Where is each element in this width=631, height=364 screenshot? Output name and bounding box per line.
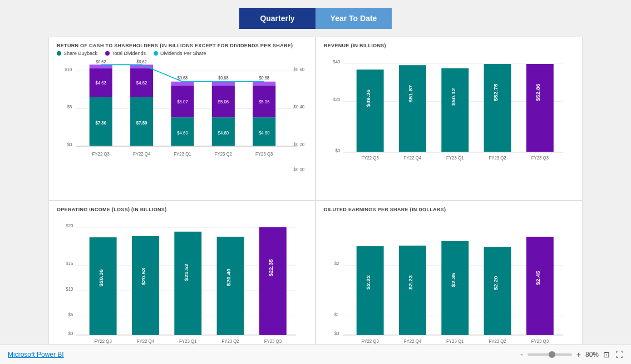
svg-text:$0: $0 xyxy=(68,330,73,336)
svg-text:$20.36: $20.36 xyxy=(98,269,104,286)
svg-text:$2.35: $2.35 xyxy=(450,272,456,286)
tab-buttons: Quarterly Year To Date xyxy=(239,8,392,29)
svg-text:$10: $10 xyxy=(66,286,73,292)
zoom-slider[interactable] xyxy=(528,353,572,356)
charts-area: RETURN OF CASH TO SHAREHOLDERS (in billi… xyxy=(48,37,583,364)
svg-text:$40: $40 xyxy=(333,58,340,64)
svg-text:$52.86: $52.86 xyxy=(535,84,541,101)
svg-text:$20.40: $20.40 xyxy=(226,268,231,286)
svg-text:$0: $0 xyxy=(334,330,339,336)
legend-dividends-label: Total Dividends xyxy=(112,51,146,56)
diluted-eps-chart: $2 $1 $0 $2.22 $2.23 xyxy=(324,215,574,361)
return-cash-legend: Share Buyback Total Dividends Dividends … xyxy=(57,51,307,56)
opinc-bar-fy23q3 xyxy=(259,227,287,335)
legend-buyback-dot xyxy=(57,51,61,56)
svg-text:$0.68: $0.68 xyxy=(218,76,229,81)
opinc-bar-fy23q1 xyxy=(174,231,201,335)
svg-text:$4.62: $4.62 xyxy=(136,80,147,86)
svg-text:FY23 Q1: FY23 Q1 xyxy=(446,337,464,343)
eps-bar-fy22q3 xyxy=(357,246,384,335)
rev-bar-fy23q2 xyxy=(484,64,511,152)
svg-text:$49.36: $49.36 xyxy=(366,89,371,107)
legend-buyback-label: Share Buyback xyxy=(63,51,97,56)
svg-text:$20.53: $20.53 xyxy=(141,268,146,285)
svg-text:$2.22: $2.22 xyxy=(366,275,371,290)
opinc-bar-fy22q4 xyxy=(132,236,159,335)
svg-text:$51.87: $51.87 xyxy=(408,85,413,102)
rev-bar-fy23q1 xyxy=(441,68,469,152)
svg-text:FY22 Q4: FY22 Q4 xyxy=(404,337,422,343)
eps-bar-fy22q4 xyxy=(399,245,426,335)
svg-text:$2.45: $2.45 xyxy=(535,270,541,285)
rev-bar-fy22q4 xyxy=(399,65,426,152)
tab-ytd[interactable]: Year To Date xyxy=(316,8,392,29)
svg-text:FY23 Q2: FY23 Q2 xyxy=(489,155,506,161)
svg-text:FY23 Q2: FY23 Q2 xyxy=(221,337,239,343)
eps-bar-fy23q1 xyxy=(441,241,469,335)
svg-text:FY22 Q4: FY22 Q4 xyxy=(133,151,151,157)
zoom-plus-button[interactable]: + xyxy=(576,350,581,359)
svg-text:$7.80: $7.80 xyxy=(95,119,106,126)
svg-text:$10: $10 xyxy=(65,66,72,72)
svg-text:$4.60: $4.60 xyxy=(259,129,270,136)
svg-text:FY23 Q2: FY23 Q2 xyxy=(215,151,233,157)
operating-income-title: OPERATING INCOME (LOSS) (in billions) xyxy=(57,207,307,212)
svg-text:$5.06: $5.06 xyxy=(218,99,229,105)
expand-icon[interactable]: ⊡ xyxy=(603,350,610,359)
bar-fy22q3-divshare xyxy=(90,64,112,68)
svg-text:FY23 Q1: FY23 Q1 xyxy=(179,337,197,343)
return-cash-svg: $10 $5 $0 $0.60 $0.40 $0.20 $0.00 xyxy=(57,58,307,197)
diluted-eps-svg: $2 $1 $0 $2.22 $2.23 xyxy=(324,215,574,361)
svg-text:$4.60: $4.60 xyxy=(218,129,229,136)
svg-text:$50.12: $50.12 xyxy=(450,88,456,106)
svg-text:$0: $0 xyxy=(336,147,341,153)
rev-bar-fy23q3 xyxy=(526,64,554,152)
operating-income-panel: OPERATING INCOME (LOSS) (in billions) $2… xyxy=(48,201,316,365)
zoom-controls: - + 80% ⊡ ⛶ xyxy=(520,350,623,359)
main-container: Quarterly Year To Date RETURN OF CASH TO… xyxy=(0,0,631,364)
svg-text:$4.60: $4.60 xyxy=(177,129,188,136)
return-cash-chart: $10 $5 $0 $0.60 $0.40 $0.20 $0.00 xyxy=(57,58,307,197)
svg-text:FY22 Q3: FY22 Q3 xyxy=(94,337,112,343)
svg-text:$1: $1 xyxy=(334,311,339,317)
bar-fy23q2-divshare xyxy=(212,82,235,86)
svg-text:$2.23: $2.23 xyxy=(408,275,413,290)
revenue-svg: $40 $20 $0 $49.36 $51.87 xyxy=(324,51,574,197)
legend-buyback: Share Buyback xyxy=(57,51,97,56)
operating-income-chart: $20 $15 $10 $5 $0 $20.36 xyxy=(57,215,307,361)
svg-text:$20: $20 xyxy=(333,97,340,103)
svg-text:$5.07: $5.07 xyxy=(177,99,188,105)
zoom-minus-button[interactable]: - xyxy=(520,350,523,359)
legend-div-share: Dividends Per Share xyxy=(154,51,206,56)
bottom-icons: ⊡ ⛶ xyxy=(603,350,623,359)
bar-fy23q3-divshare xyxy=(253,82,275,86)
svg-text:$0.68: $0.68 xyxy=(259,76,270,81)
powerbi-link[interactable]: Microsoft Power BI xyxy=(8,351,64,358)
svg-text:$0: $0 xyxy=(67,142,72,148)
svg-text:FY22 Q4: FY22 Q4 xyxy=(137,337,155,343)
legend-dividends: Total Dividends xyxy=(105,51,146,56)
svg-text:$2: $2 xyxy=(334,260,339,266)
svg-text:FY23 Q3: FY23 Q3 xyxy=(531,337,549,343)
fullscreen-icon[interactable]: ⛶ xyxy=(615,350,623,359)
svg-text:FY22 Q4: FY22 Q4 xyxy=(404,155,422,161)
svg-text:$21.52: $21.52 xyxy=(183,263,189,281)
svg-text:$15: $15 xyxy=(66,260,73,266)
svg-text:FY22 Q3: FY22 Q3 xyxy=(92,151,110,157)
svg-text:$7.80: $7.80 xyxy=(136,119,147,126)
svg-text:FY22 Q3: FY22 Q3 xyxy=(361,337,379,343)
eps-bar-fy23q3 xyxy=(526,236,554,335)
return-cash-panel: RETURN OF CASH TO SHAREHOLDERS (in billi… xyxy=(48,37,316,201)
svg-text:$2.20: $2.20 xyxy=(493,276,499,290)
zoom-level: 80% xyxy=(585,351,599,358)
svg-text:$0.00: $0.00 xyxy=(294,167,305,173)
legend-dividends-dot xyxy=(105,51,110,56)
zoom-slider-thumb xyxy=(549,351,555,358)
svg-text:$4.63: $4.63 xyxy=(95,80,106,86)
tab-quarterly[interactable]: Quarterly xyxy=(239,8,316,29)
svg-text:$0.62: $0.62 xyxy=(136,59,146,65)
svg-text:$52.75: $52.75 xyxy=(493,83,499,101)
return-cash-title: RETURN OF CASH TO SHAREHOLDERS (in billi… xyxy=(57,43,307,48)
legend-div-share-dot xyxy=(154,51,158,56)
svg-text:$5: $5 xyxy=(68,311,73,317)
